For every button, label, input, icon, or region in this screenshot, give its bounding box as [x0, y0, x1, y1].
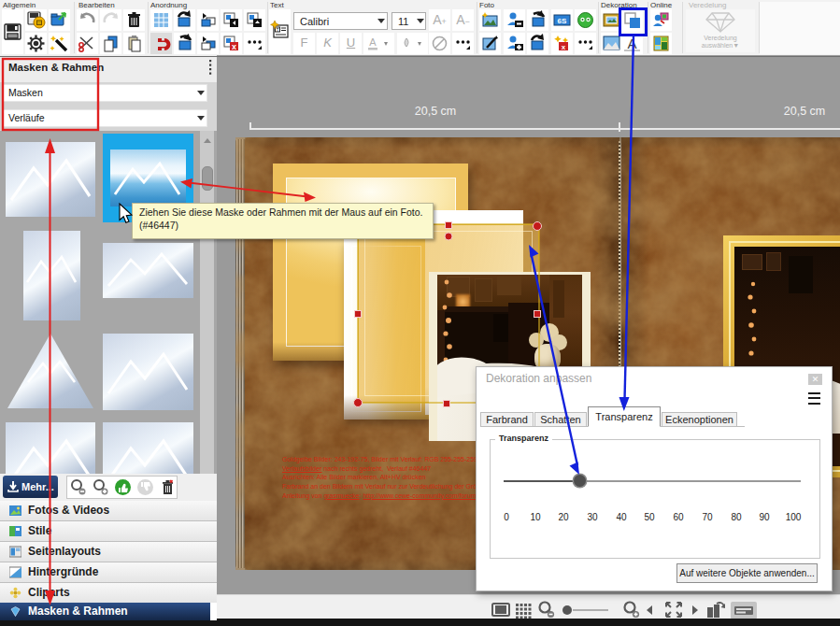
svg-text:Veredelung: Veredelung — [704, 35, 737, 42]
svg-text:T: T — [276, 27, 278, 33]
svg-text:6S: 6S — [558, 17, 567, 25]
svg-text:x: x — [232, 42, 236, 51]
svg-text:x: x — [562, 43, 566, 51]
svg-text:auswählen▼: auswählen▼ — [702, 42, 739, 49]
svg-text:A: A — [627, 36, 636, 51]
svg-text:A: A — [369, 36, 377, 48]
